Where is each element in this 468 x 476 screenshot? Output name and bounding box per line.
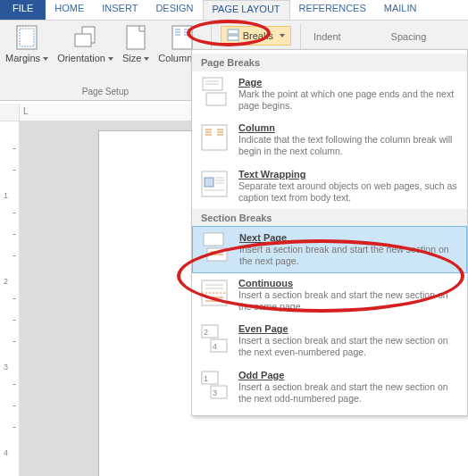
menu-next-page-section-break[interactable]: Next Page Insert a section break and sta… (192, 226, 467, 273)
page-break-icon (199, 77, 230, 107)
odd-page-section-break-icon: 13 (199, 370, 230, 400)
menu-continuous-section-break[interactable]: Continuous Insert a section break and st… (192, 272, 467, 318)
breaks-label: Breaks (243, 30, 273, 41)
ruler-top-mark: L (23, 106, 29, 116)
svg-text:4: 4 (213, 342, 217, 351)
menu-item-title: Column (238, 122, 458, 133)
menu-item-desc: Insert a section break and start the new… (239, 244, 457, 267)
menu-odd-page-section-break[interactable]: 13 Odd Page Insert a section break and s… (192, 364, 467, 410)
orientation-icon (72, 24, 99, 51)
svg-rect-31 (204, 233, 223, 246)
margins-icon (13, 24, 40, 51)
ruler-mark: 3 (4, 363, 8, 372)
tab-insert[interactable]: INSERT (93, 0, 146, 20)
chevron-down-icon (280, 34, 285, 38)
continuous-section-break-icon (199, 278, 230, 308)
svg-rect-15 (206, 93, 226, 105)
tab-design[interactable]: DESIGN (146, 0, 202, 20)
size-icon (122, 24, 149, 51)
spacing-heading: Spacing (389, 28, 429, 42)
svg-text:3: 3 (213, 388, 217, 397)
column-break-icon (199, 122, 230, 153)
menu-item-desc: Indicate that the text following the col… (238, 134, 458, 157)
svg-rect-18 (202, 125, 227, 150)
svg-text:2: 2 (204, 328, 208, 337)
tab-home[interactable]: HOME (46, 0, 93, 20)
svg-rect-13 (228, 36, 238, 40)
menu-item-desc: Insert a section break and start the new… (238, 289, 458, 313)
menu-item-desc: Insert a section break and start the new… (238, 381, 458, 405)
size-button[interactable]: Size (122, 24, 149, 63)
menu-even-page-section-break[interactable]: 24 Even Page Insert a section break and … (192, 318, 467, 363)
menu-item-title: Even Page (238, 323, 458, 334)
ruler-corner (0, 104, 20, 121)
breaks-dropdown: Page Breaks Page Mark the point at which… (191, 49, 468, 416)
menu-item-desc: Insert a section break and start the new… (238, 335, 458, 358)
ruler-mark: 2 (4, 277, 8, 286)
tab-file[interactable]: FILE (0, 0, 46, 20)
menu-item-title: Text Wrapping (238, 169, 458, 180)
orientation-label: Orientation (57, 53, 105, 63)
even-page-section-break-icon: 24 (199, 323, 230, 354)
svg-rect-4 (127, 26, 145, 49)
vertical-ruler[interactable]: 1 2 3 4 (0, 121, 20, 476)
tab-page-layout[interactable]: PAGE LAYOUT (203, 0, 290, 20)
next-page-section-break-icon (200, 232, 230, 263)
page-setup-group-label: Page Setup (5, 87, 205, 98)
chevron-down-icon (108, 57, 113, 61)
margins-label: Margins (5, 53, 40, 63)
menu-item-title: Odd Page (238, 370, 458, 380)
breaks-icon (227, 29, 239, 43)
menu-item-title: Continuous (238, 278, 458, 288)
ribbon-tabs: FILE HOME INSERT DESIGN PAGE LAYOUT REFE… (0, 0, 468, 20)
menu-page-break[interactable]: Page Mark the point at which one page en… (192, 71, 467, 117)
tab-references[interactable]: REFERENCES (290, 0, 375, 20)
chevron-down-icon (43, 57, 48, 61)
menu-item-title: Page (238, 77, 458, 88)
svg-rect-3 (75, 34, 91, 46)
indent-heading: Indent (312, 28, 343, 42)
menu-item-desc: Mark the point at which one page ends an… (238, 88, 458, 112)
section-breaks-heading: Section Breaks (192, 209, 467, 227)
tab-mailings[interactable]: MAILIN (375, 0, 426, 20)
ruler-mark: 4 (4, 448, 8, 457)
svg-rect-26 (205, 178, 213, 187)
columns-icon (169, 24, 196, 51)
breaks-button[interactable]: Breaks (221, 26, 291, 46)
chevron-down-icon (144, 57, 149, 61)
orientation-button[interactable]: Orientation (57, 24, 113, 63)
menu-item-desc: Separate text around objects on web page… (238, 180, 458, 204)
margins-button[interactable]: Margins (5, 24, 48, 63)
svg-text:1: 1 (204, 374, 208, 383)
text-wrapping-break-icon (199, 169, 230, 199)
menu-text-wrapping-break[interactable]: Text Wrapping Separate text around objec… (192, 163, 467, 209)
ruler-mark: 1 (4, 191, 8, 200)
page-breaks-heading: Page Breaks (192, 54, 467, 71)
size-label: Size (122, 53, 141, 63)
menu-item-title: Next Page (239, 232, 457, 243)
svg-rect-12 (228, 29, 238, 34)
menu-column-break[interactable]: Column Indicate that the text following … (192, 117, 467, 163)
